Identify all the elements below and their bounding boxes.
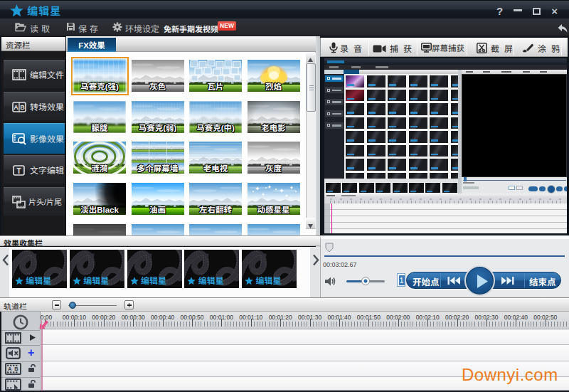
svg-text:A: A: [8, 366, 12, 372]
svg-text:B: B: [20, 104, 25, 111]
svg-text:T: T: [16, 167, 21, 175]
svg-text:A: A: [14, 104, 18, 111]
svg-text:B: B: [14, 366, 18, 372]
